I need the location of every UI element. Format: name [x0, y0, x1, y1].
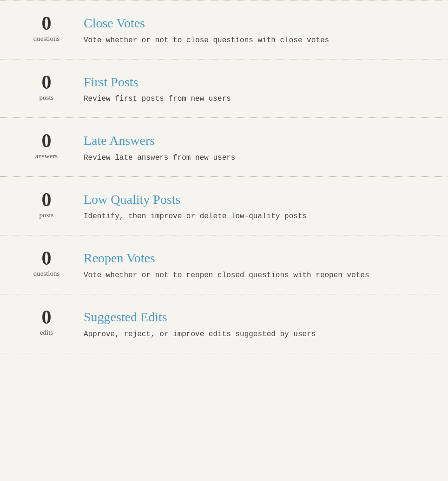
review-count: 0: [42, 190, 52, 209]
review-title[interactable]: Suggested Edits: [84, 309, 316, 325]
review-item: 0 edits Suggested Edits Approve, reject,…: [0, 294, 448, 353]
review-unit: questions: [33, 35, 60, 43]
review-item: 0 questions Close Votes Vote whether or …: [0, 0, 448, 59]
review-item: 0 questions Reopen Votes Vote whether or…: [0, 235, 448, 294]
review-count: 0: [42, 13, 52, 33]
review-content: Late Answers Review late answers from ne…: [84, 131, 235, 163]
review-count: 0: [42, 307, 52, 327]
review-unit: questions: [33, 270, 60, 278]
review-count-block: 0 posts: [19, 72, 74, 102]
review-content: Low Quality Posts Identify, then improve…: [84, 190, 307, 222]
review-count-block: 0 edits: [19, 307, 74, 337]
review-description: Review late answers from new users: [84, 152, 235, 163]
review-count-block: 0 answers: [19, 131, 74, 160]
review-content: Reopen Votes Vote whether or not to reop…: [84, 248, 369, 281]
review-unit: posts: [40, 211, 54, 219]
review-count-block: 0 questions: [19, 13, 74, 43]
review-unit: answers: [35, 152, 58, 160]
review-description: Vote whether or not to close questions w…: [84, 35, 329, 46]
review-content: Close Votes Vote whether or not to close…: [84, 13, 329, 46]
review-title[interactable]: First Posts: [84, 74, 231, 90]
review-description: Review first posts from new users: [84, 93, 231, 104]
review-title[interactable]: Reopen Votes: [84, 250, 369, 266]
review-content: Suggested Edits Approve, reject, or impr…: [84, 307, 316, 340]
review-title[interactable]: Late Answers: [84, 133, 235, 149]
review-count: 0: [42, 131, 52, 150]
review-unit: edits: [40, 329, 53, 337]
review-item: 0 posts First Posts Review first posts f…: [0, 59, 448, 118]
review-count: 0: [42, 248, 52, 268]
review-content: First Posts Review first posts from new …: [84, 72, 231, 105]
review-description: Vote whether or not to reopen closed que…: [84, 270, 369, 281]
review-title[interactable]: Low Quality Posts: [84, 192, 307, 208]
review-unit: posts: [40, 94, 54, 102]
review-count-block: 0 posts: [19, 190, 74, 219]
review-list: 0 questions Close Votes Vote whether or …: [0, 0, 448, 353]
review-description: Identify, then improve or delete low-qua…: [84, 211, 307, 222]
review-count: 0: [42, 72, 52, 92]
review-count-block: 0 questions: [19, 248, 74, 278]
review-title[interactable]: Close Votes: [84, 15, 329, 31]
review-description: Approve, reject, or improve edits sugges…: [84, 329, 316, 340]
review-item: 0 posts Low Quality Posts Identify, then…: [0, 177, 448, 236]
review-item: 0 answers Late Answers Review late answe…: [0, 118, 448, 177]
